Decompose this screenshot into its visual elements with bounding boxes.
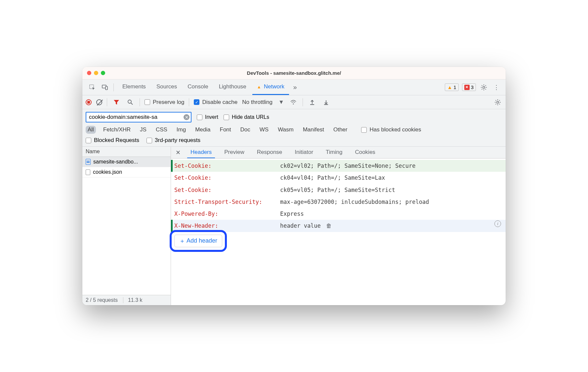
kebab-menu-icon[interactable]: ⋮ bbox=[492, 83, 501, 92]
tab-console[interactable]: Console bbox=[183, 79, 213, 95]
clear-filter-icon[interactable]: ✕ bbox=[184, 114, 189, 120]
content-split: Name samesite-sandbo...cookies.json 2 / … bbox=[82, 147, 506, 305]
warnings-count: 1 bbox=[453, 84, 456, 90]
header-row: Strict-Transport-Security:max-age=630720… bbox=[171, 196, 506, 208]
preserve-log-checkbox[interactable]: Preserve log bbox=[145, 99, 184, 106]
warnings-badge[interactable]: ▲ 1 bbox=[445, 83, 458, 91]
settings-icon[interactable] bbox=[479, 83, 488, 92]
clear-button[interactable] bbox=[96, 99, 102, 105]
network-settings-icon[interactable] bbox=[493, 98, 502, 107]
detail-tab-preview[interactable]: Preview bbox=[221, 147, 247, 158]
tab-label: Elements bbox=[122, 83, 146, 90]
delete-header-icon[interactable]: 🗑 bbox=[326, 222, 332, 229]
minimize-window-button[interactable] bbox=[94, 71, 98, 75]
close-window-button[interactable] bbox=[87, 71, 91, 75]
errors-badge[interactable]: ✕ 3 bbox=[462, 83, 476, 91]
add-header-label: Add header bbox=[187, 237, 217, 244]
maximize-window-button[interactable] bbox=[101, 71, 105, 75]
invert-label: Invert bbox=[205, 114, 218, 120]
svg-point-6 bbox=[293, 103, 294, 104]
filter-input[interactable] bbox=[86, 112, 191, 122]
request-row[interactable]: samesite-sandbo... bbox=[82, 157, 171, 167]
detail-tab-response[interactable]: Response bbox=[254, 147, 286, 158]
type-filter-all[interactable]: All bbox=[86, 126, 96, 134]
tab-network[interactable]: ▲Network bbox=[252, 79, 289, 95]
document-icon bbox=[86, 159, 91, 165]
header-value: ck05=vl05; Path=/; SameSite=Strict bbox=[280, 185, 501, 195]
header-row[interactable]: X-New-Header:header value 🗑i bbox=[171, 220, 506, 232]
blocked-requests-checkbox[interactable]: Blocked Requests bbox=[86, 137, 139, 144]
type-filter-css[interactable]: CSS bbox=[154, 126, 169, 134]
download-har-icon[interactable] bbox=[321, 98, 331, 107]
svg-point-7 bbox=[497, 101, 499, 103]
detail-tab-initiator[interactable]: Initiator bbox=[291, 147, 316, 158]
type-filter-doc[interactable]: Doc bbox=[238, 126, 252, 134]
type-filter-other[interactable]: Other bbox=[331, 126, 350, 134]
status-bar: 2 / 5 requests 11.3 k bbox=[82, 295, 171, 305]
warning-icon: ▲ bbox=[447, 84, 452, 90]
hide-data-urls-checkbox[interactable]: Hide data URLs bbox=[224, 114, 269, 120]
header-value: ck02=vl02; Path=/; SameSite=None; Secure bbox=[280, 161, 501, 171]
header-value[interactable]: header value 🗑 bbox=[280, 220, 491, 231]
third-party-checkbox[interactable]: 3rd-party requests bbox=[147, 137, 200, 144]
header-name: Set-Cookie: bbox=[174, 185, 277, 195]
invert-checkbox[interactable]: Invert bbox=[197, 114, 218, 120]
upload-har-icon[interactable] bbox=[308, 98, 317, 107]
plus-icon: ＋ bbox=[179, 237, 185, 245]
tab-label: Console bbox=[188, 83, 208, 90]
window-title: DevTools - samesite-sandbox.glitch.me/ bbox=[82, 70, 506, 76]
header-name: Strict-Transport-Security: bbox=[174, 197, 277, 207]
type-filter-manifest[interactable]: Manifest bbox=[301, 126, 326, 134]
tab-label: Sources bbox=[156, 83, 177, 90]
tab-elements[interactable]: Elements bbox=[118, 79, 150, 95]
tab-lighthouse[interactable]: Lighthouse bbox=[214, 79, 251, 95]
throttling-select[interactable]: No throttling ▼ bbox=[242, 99, 284, 106]
add-header-button[interactable]: ＋Add header bbox=[174, 235, 222, 247]
header-name: X-New-Header: bbox=[174, 220, 277, 231]
errors-count: 3 bbox=[471, 84, 474, 90]
request-row[interactable]: cookies.json bbox=[82, 167, 171, 177]
request-count: 2 / 5 requests bbox=[86, 297, 118, 303]
type-filter-wasm[interactable]: Wasm bbox=[276, 126, 296, 134]
record-button[interactable] bbox=[86, 99, 92, 105]
detail-tab-headers[interactable]: Headers bbox=[187, 147, 215, 158]
svg-point-3 bbox=[483, 86, 485, 88]
tab-sources[interactable]: Sources bbox=[152, 79, 182, 95]
close-detail-icon[interactable]: ✕ bbox=[173, 149, 183, 156]
search-icon[interactable] bbox=[126, 98, 135, 107]
detail-tab-bar: ✕ HeadersPreviewResponseInitiatorTimingC… bbox=[171, 147, 506, 159]
type-filter-js[interactable]: JS bbox=[138, 126, 148, 134]
detail-tab-cookies[interactable]: Cookies bbox=[352, 147, 378, 158]
type-filter-media[interactable]: Media bbox=[193, 126, 212, 134]
request-list-pane: Name samesite-sandbo...cookies.json 2 / … bbox=[82, 147, 171, 305]
header-row: Set-Cookie:ck05=vl05; Path=/; SameSite=S… bbox=[171, 184, 506, 196]
network-toolbar: Preserve log ✓Disable cache No throttlin… bbox=[82, 95, 506, 109]
has-blocked-cookies-checkbox[interactable]: Has blocked cookies bbox=[361, 126, 421, 133]
header-value: Express bbox=[280, 209, 501, 219]
error-icon: ✕ bbox=[464, 85, 470, 90]
chevron-down-icon: ▼ bbox=[278, 99, 284, 106]
network-conditions-icon[interactable] bbox=[289, 98, 298, 107]
tab-label: Lighthouse bbox=[219, 83, 246, 90]
inspect-icon[interactable] bbox=[88, 83, 97, 92]
request-name: samesite-sandbo... bbox=[93, 159, 138, 165]
filter-icon[interactable] bbox=[112, 98, 121, 107]
header-row: X-Powered-By:Express bbox=[171, 208, 506, 220]
disable-cache-checkbox[interactable]: ✓Disable cache bbox=[194, 99, 237, 106]
devtools-window: DevTools - samesite-sandbox.glitch.me/ E… bbox=[82, 67, 506, 305]
more-tabs-icon[interactable]: » bbox=[290, 83, 300, 92]
header-row: Set-Cookie:ck04=vl04; Path=/; SameSite=L… bbox=[171, 172, 506, 184]
type-filter-fetch-xhr[interactable]: Fetch/XHR bbox=[101, 126, 133, 134]
file-icon bbox=[86, 169, 90, 175]
third-party-label: 3rd-party requests bbox=[155, 137, 200, 144]
device-toolbar-icon[interactable] bbox=[100, 83, 109, 92]
info-icon[interactable]: i bbox=[494, 220, 501, 227]
preserve-log-label: Preserve log bbox=[153, 99, 184, 106]
type-filter-font[interactable]: Font bbox=[218, 126, 233, 134]
type-filter-ws[interactable]: WS bbox=[258, 126, 271, 134]
name-column-header[interactable]: Name bbox=[82, 147, 171, 157]
filter-bar: ✕ Invert Hide data URLs AllFetch/XHRJSCS… bbox=[82, 109, 506, 147]
detail-tab-timing[interactable]: Timing bbox=[322, 147, 346, 158]
type-filter-img[interactable]: Img bbox=[175, 126, 188, 134]
header-value: max-age=63072000; inlcudeSubdomains; pre… bbox=[280, 197, 501, 207]
